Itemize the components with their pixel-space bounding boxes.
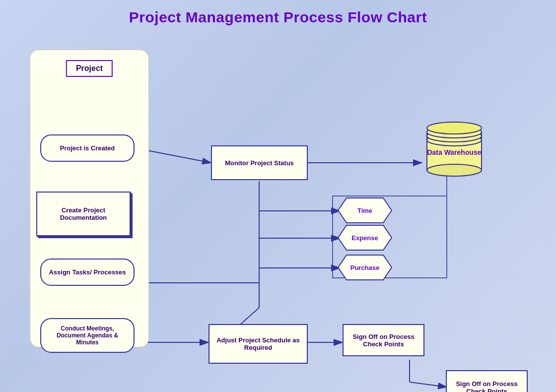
svg-point-22 <box>427 122 482 134</box>
data-warehouse-node: Data Warehouse <box>422 119 486 184</box>
swim-lane: Project Project is Created Create Projec… <box>30 50 149 347</box>
project-created-node: Project is Created <box>40 134 135 162</box>
svg-point-18 <box>427 164 482 176</box>
conduct-meetings-node: Conduct Meetings, Document Agendas & Min… <box>40 318 135 353</box>
lane-title: Project <box>66 60 113 77</box>
sign-off-2-node: Sign Off on Process Check Points <box>446 370 528 392</box>
svg-line-16 <box>410 382 447 387</box>
assign-tasks-node: Assign Tasks/ Processes <box>40 259 135 286</box>
time-node: Time <box>338 197 392 223</box>
monitor-status-node: Monitor Project Status <box>211 145 308 180</box>
adjust-schedule-node: Adjust Project Schedule as Required <box>208 324 308 364</box>
sign-off-1-node: Sign Off on Process Check Points <box>343 324 424 356</box>
purchase-node: Purchase <box>338 255 392 280</box>
expense-node: Expense <box>338 225 392 251</box>
page-title: Project Management Process Flow Chart <box>0 0 556 31</box>
